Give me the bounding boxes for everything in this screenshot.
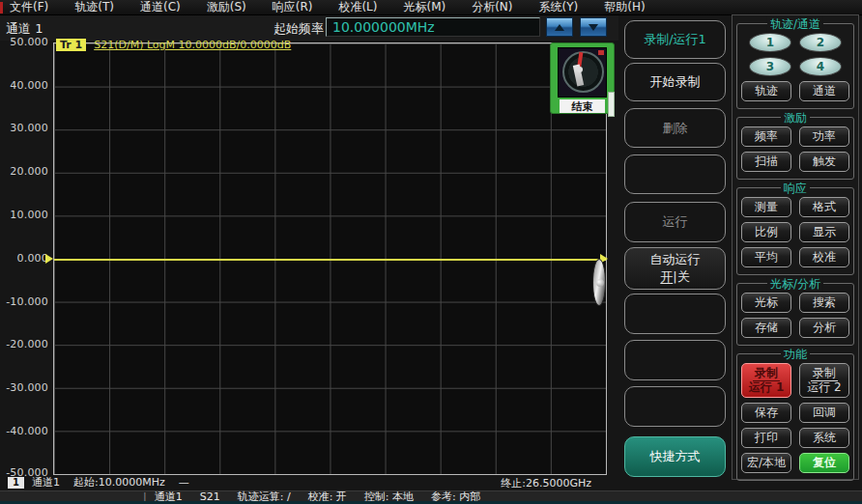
trace-select-4[interactable]: 4 xyxy=(799,57,842,76)
down-arrow-icon xyxy=(589,24,598,31)
trigger-button[interactable]: 触发 xyxy=(799,152,849,172)
format-button[interactable]: 格式 xyxy=(799,197,849,217)
menu-bar: 文件(F) 轨迹(T) 通道(C) 激励(S) 响应(R) 校准(L) 光标(M… xyxy=(0,0,862,15)
analysis-button[interactable]: 分析 xyxy=(799,318,849,338)
softkey-blank-3[interactable] xyxy=(624,340,726,380)
end-icon-label: 结束 xyxy=(560,99,605,113)
softkey-blank-4[interactable] xyxy=(624,386,726,427)
section-marker-analysis: 光标/分析 光标 搜索 存储 分析 xyxy=(736,283,854,346)
section-title: 功能 xyxy=(781,347,810,363)
range-dash: — xyxy=(179,476,189,489)
y-tick: -30.000 xyxy=(2,381,48,394)
softkey-start-recording[interactable]: 开始录制 xyxy=(624,63,726,101)
auto-run-state: 开|关 xyxy=(660,268,689,286)
frequency-entry-row: 通道 1 起始频率 10.000000MHz xyxy=(0,15,618,41)
menu-calibration[interactable]: 校准(L) xyxy=(338,0,377,15)
y-tick: 0.000 xyxy=(2,252,48,265)
calibration-button[interactable]: 校准 xyxy=(799,247,849,267)
trace-number-badge[interactable]: Tr 1 xyxy=(56,39,86,51)
average-button[interactable]: 平均 xyxy=(741,247,791,267)
display-button[interactable]: 显示 xyxy=(799,222,849,242)
section-title: 轨迹/通道 xyxy=(767,16,823,33)
vna-application-window: 文件(F) 轨迹(T) 通道(C) 激励(S) 响应(R) 校准(L) 光标(M… xyxy=(0,0,862,504)
menu-stimulus[interactable]: 激励(S) xyxy=(207,0,246,15)
frequency-button[interactable]: 频率 xyxy=(741,126,791,147)
y-tick: -10.000 xyxy=(2,295,48,308)
save-button[interactable]: 保存 xyxy=(741,403,791,423)
channel-name: 通道1 xyxy=(32,475,60,490)
frequency-decrement-button[interactable] xyxy=(580,17,607,37)
softkey-blank-1[interactable] xyxy=(624,154,726,194)
section-title: 响应 xyxy=(781,181,810,197)
record-run1-button[interactable]: 录制 运行 1 xyxy=(741,363,791,398)
y-tick: -20.000 xyxy=(2,338,48,350)
trace-select-1[interactable]: 1 xyxy=(749,33,791,52)
softkey-shortcut[interactable]: 快捷方式 xyxy=(624,436,726,477)
print-button[interactable]: 打印 xyxy=(741,428,791,448)
measure-button[interactable]: 测量 xyxy=(741,197,791,217)
power-button[interactable]: 功率 xyxy=(799,126,849,147)
y-tick: 30.000 xyxy=(2,122,48,134)
y-tick: 50.000 xyxy=(2,36,48,48)
sweep-button[interactable]: 扫描 xyxy=(741,152,791,172)
menu-response[interactable]: 响应(R) xyxy=(273,0,313,15)
softkey-record-run1[interactable]: 录制/运行1 xyxy=(624,20,726,59)
section-stimulus: 激励 频率 功率 扫描 触发 xyxy=(736,117,854,180)
macro-local-button[interactable]: 宏/本地 xyxy=(741,453,791,473)
section-response: 响应 测量 格式 比例 显示 平均 校准 xyxy=(736,187,854,275)
softkey-run[interactable]: 运行 xyxy=(624,202,726,242)
scroll-handle[interactable] xyxy=(592,259,606,306)
trace-select-3[interactable]: 3 xyxy=(749,57,791,76)
search-button[interactable]: 搜索 xyxy=(799,293,849,313)
section-title: 光标/分析 xyxy=(767,276,823,293)
left-edge-marker xyxy=(0,2,3,14)
recording-end-shortcut[interactable]: 结束 xyxy=(550,42,615,114)
channel-number-badge: 1 xyxy=(8,477,24,489)
record-dot-icon xyxy=(598,50,604,55)
record-run1-line1: 录制 xyxy=(753,367,780,381)
section-trace-channel: 轨迹/通道 1 2 3 4 轨迹 通道 xyxy=(736,23,854,109)
scale-button[interactable]: 比例 xyxy=(741,222,791,242)
s21-trace-line xyxy=(54,259,606,261)
trace-format-readout: S21(D/M) LogM 10.0000dB/0.0000dB xyxy=(94,39,291,51)
trace-button[interactable]: 轨迹 xyxy=(741,81,791,101)
gauge-hub-icon xyxy=(577,67,583,72)
menu-analysis[interactable]: 分析(N) xyxy=(472,0,512,15)
channel-button[interactable]: 通道 xyxy=(799,81,849,101)
softkey-blank-2[interactable] xyxy=(624,294,726,334)
hardkey-panel: 轨迹/通道 1 2 3 4 轨迹 通道 激励 频率 功率 扫描 触发 xyxy=(732,14,859,480)
reference-level-marker-icon xyxy=(45,254,53,264)
stopwatch-icon xyxy=(558,47,607,98)
y-tick: 10.000 xyxy=(2,209,48,221)
scroll-handle-knob xyxy=(596,279,604,287)
softkey-delete[interactable]: 删除 xyxy=(624,108,726,148)
menu-marker[interactable]: 光标(M) xyxy=(403,0,445,15)
softkey-auto-run-toggle[interactable]: 自动运行 开|关 xyxy=(624,247,726,290)
status-bar: | 通道1 S21 轨迹运算: / 校准: 开 控制: 本地 参考: 内部 xyxy=(0,490,862,501)
y-tick: 20.000 xyxy=(2,165,48,178)
section-title: 激励 xyxy=(781,110,810,126)
gauge-dial-icon xyxy=(562,51,604,93)
menu-help[interactable]: 帮助(H) xyxy=(604,0,645,15)
start-frequency-input[interactable]: 10.000000MHz xyxy=(326,17,540,37)
recall-button[interactable]: 回调 xyxy=(799,403,849,423)
marker-button[interactable]: 光标 xyxy=(741,293,791,313)
trace-header: Tr 1 S21(D/M) LogM 10.0000dB/0.0000dB xyxy=(56,39,291,51)
auto-run-label: 自动运行 xyxy=(650,251,701,268)
system-button[interactable]: 系统 xyxy=(799,428,849,448)
record-run2-button[interactable]: 录制 运行 2 xyxy=(799,363,849,398)
menu-file[interactable]: 文件(F) xyxy=(10,0,48,15)
preset-button[interactable]: 复位 xyxy=(799,453,849,473)
frequency-increment-button[interactable] xyxy=(546,17,573,37)
memory-button[interactable]: 存储 xyxy=(741,318,791,338)
section-function: 功能 录制 运行 1 录制 运行 2 保存 回调 打印 系统 宏/本地 xyxy=(736,353,854,481)
stop-frequency-readout: 终止:26.5000GHz xyxy=(501,476,591,490)
up-arrow-icon xyxy=(555,24,564,31)
record-run1-line2: 运行 1 xyxy=(749,381,785,395)
trace-select-2[interactable]: 2 xyxy=(799,33,842,52)
measurement-graticule xyxy=(53,42,607,475)
menu-channel[interactable]: 通道(C) xyxy=(140,0,181,15)
y-tick: -40.000 xyxy=(2,425,48,437)
menu-trace[interactable]: 轨迹(T) xyxy=(74,0,114,15)
menu-system[interactable]: 系统(Y) xyxy=(539,0,579,15)
